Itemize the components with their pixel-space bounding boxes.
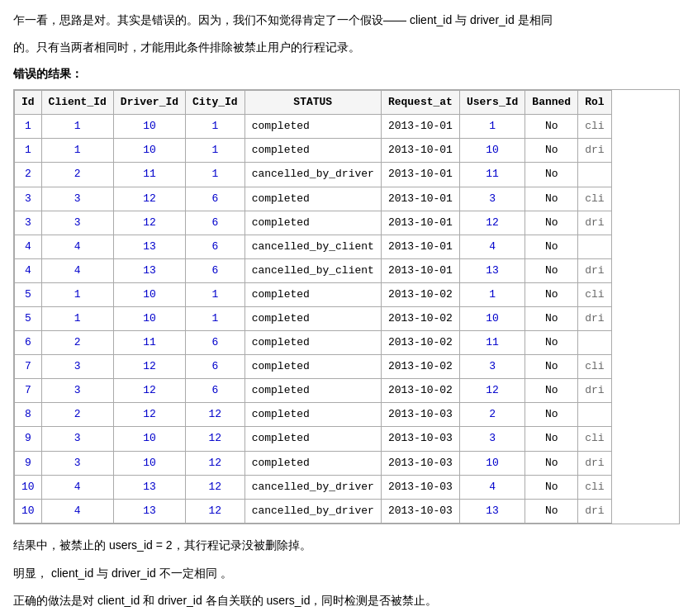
cell-2-0: 2 xyxy=(15,163,42,187)
cell-0-2: 10 xyxy=(113,115,185,139)
cell-8-6: 10 xyxy=(459,307,524,331)
cell-4-8: dri xyxy=(578,211,611,235)
cell-6-6: 13 xyxy=(459,258,524,282)
cell-13-5: 2013-10-03 xyxy=(381,427,459,451)
cell-14-3: 12 xyxy=(186,451,245,475)
cell-9-5: 2013-10-02 xyxy=(381,331,459,355)
cell-16-6: 13 xyxy=(459,499,524,523)
correct-text: 正确的做法是对 client_id 和 driver_id 各自关联的 user… xyxy=(13,591,680,611)
cell-1-2: 10 xyxy=(113,139,185,163)
cell-8-0: 5 xyxy=(15,307,42,331)
cell-11-8: dri xyxy=(578,379,611,403)
cell-1-8: dri xyxy=(578,139,611,163)
cell-15-6: 4 xyxy=(459,475,524,499)
cell-10-8: cli xyxy=(578,355,611,379)
cell-4-5: 2013-10-01 xyxy=(381,211,459,235)
cell-7-1: 1 xyxy=(41,282,113,306)
obvious-text: 明显， client_id 与 driver_id 不一定相同 。 xyxy=(13,564,680,584)
cell-12-7: No xyxy=(525,403,578,427)
cell-10-7: No xyxy=(525,355,578,379)
cell-3-1: 3 xyxy=(41,187,113,211)
cell-16-3: 12 xyxy=(186,499,245,523)
table-row: 33126completed2013-10-0112Nodri xyxy=(15,211,612,235)
cell-12-4: completed xyxy=(244,403,381,427)
cell-0-7: No xyxy=(525,115,578,139)
cell-16-0: 10 xyxy=(15,499,42,523)
cell-6-3: 6 xyxy=(186,258,245,282)
cell-3-3: 6 xyxy=(186,187,245,211)
cell-3-6: 3 xyxy=(459,187,524,211)
cell-11-6: 12 xyxy=(459,379,524,403)
cell-13-8: cli xyxy=(578,427,611,451)
cell-7-0: 5 xyxy=(15,282,42,306)
cell-16-2: 13 xyxy=(113,499,185,523)
cell-5-8 xyxy=(578,235,611,258)
cell-4-7: No xyxy=(525,211,578,235)
cell-1-6: 10 xyxy=(459,139,524,163)
cell-7-6: 1 xyxy=(459,282,524,306)
cell-1-4: completed xyxy=(244,139,381,163)
cell-6-0: 4 xyxy=(15,258,42,282)
col-users-id: Users_Id xyxy=(459,91,524,115)
cell-13-3: 12 xyxy=(186,427,245,451)
cell-8-8: dri xyxy=(578,307,611,331)
cell-7-5: 2013-10-02 xyxy=(381,282,459,306)
cell-15-0: 10 xyxy=(15,475,42,499)
cell-15-7: No xyxy=(525,475,578,499)
intro-line1: 乍一看，思路是对。其实是错误的。因为，我们不知觉得肯定了一个假设—— clien… xyxy=(13,10,680,31)
cell-12-0: 8 xyxy=(15,403,42,427)
cell-2-6: 11 xyxy=(459,163,524,187)
cell-7-8: cli xyxy=(578,282,611,306)
cell-13-1: 3 xyxy=(41,427,113,451)
table-row: 51101completed2013-10-0210Nodri xyxy=(15,307,612,331)
cell-4-1: 3 xyxy=(41,211,113,235)
cell-1-3: 1 xyxy=(186,139,245,163)
cell-3-0: 3 xyxy=(15,187,42,211)
cell-11-2: 12 xyxy=(113,379,185,403)
table-row: 44136cancelled_by_client2013-10-014No xyxy=(15,235,612,258)
cell-0-8: cli xyxy=(578,115,611,139)
cell-2-7: No xyxy=(525,163,578,187)
cell-13-2: 10 xyxy=(113,427,185,451)
cell-1-1: 1 xyxy=(41,139,113,163)
cell-4-0: 3 xyxy=(15,211,42,235)
cell-4-3: 6 xyxy=(186,211,245,235)
cell-7-2: 10 xyxy=(113,282,185,306)
cell-12-5: 2013-10-03 xyxy=(381,403,459,427)
cell-4-4: completed xyxy=(244,211,381,235)
cell-0-3: 1 xyxy=(186,115,245,139)
cell-6-5: 2013-10-01 xyxy=(381,258,459,282)
table-row: 73126completed2013-10-023Nocli xyxy=(15,355,612,379)
table-row: 931012completed2013-10-0310Nodri xyxy=(15,451,612,475)
cell-14-4: completed xyxy=(244,451,381,475)
cell-5-3: 6 xyxy=(186,235,245,258)
cell-10-6: 3 xyxy=(459,355,524,379)
cell-12-8 xyxy=(578,403,611,427)
cell-13-6: 3 xyxy=(459,427,524,451)
cell-3-5: 2013-10-01 xyxy=(381,187,459,211)
cell-12-3: 12 xyxy=(186,403,245,427)
cell-5-0: 4 xyxy=(15,235,42,258)
cell-16-4: cancelled_by_driver xyxy=(244,499,381,523)
cell-0-6: 1 xyxy=(459,115,524,139)
cell-8-3: 1 xyxy=(186,307,245,331)
cell-14-7: No xyxy=(525,451,578,475)
result-table: Id Client_Id Driver_Id City_Id STATUS Re… xyxy=(14,90,612,524)
table-row: 931012completed2013-10-033Nocli xyxy=(15,427,612,451)
cell-9-1: 2 xyxy=(41,331,113,355)
cell-15-5: 2013-10-03 xyxy=(381,475,459,499)
cell-8-4: completed xyxy=(244,307,381,331)
cell-12-6: 2 xyxy=(459,403,524,427)
cell-11-0: 7 xyxy=(15,379,42,403)
cell-14-5: 2013-10-03 xyxy=(381,451,459,475)
cell-7-3: 1 xyxy=(186,282,245,306)
cell-14-8: dri xyxy=(578,451,611,475)
cell-2-3: 1 xyxy=(186,163,245,187)
cell-12-1: 2 xyxy=(41,403,113,427)
cell-16-7: No xyxy=(525,499,578,523)
intro-line2: 的。只有当两者相同时，才能用此条件排除被禁止用户的行程记录。 xyxy=(13,37,680,58)
cell-16-5: 2013-10-03 xyxy=(381,499,459,523)
cell-3-2: 12 xyxy=(113,187,185,211)
table-row: 73126completed2013-10-0212Nodri xyxy=(15,379,612,403)
cell-8-5: 2013-10-02 xyxy=(381,307,459,331)
